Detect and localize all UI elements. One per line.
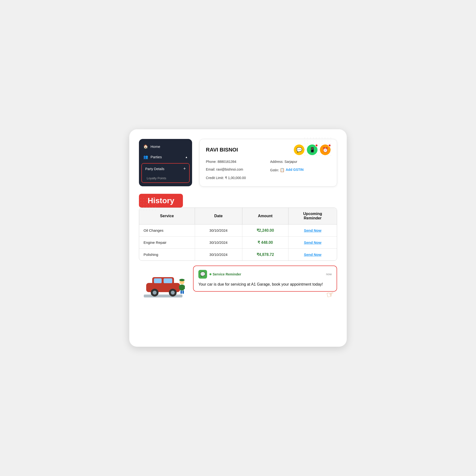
party-email: Email: ravi@bishnoi.com (206, 167, 266, 173)
svg-rect-16 (182, 290, 184, 294)
amount-cell: ₹ 448.00 (242, 236, 288, 248)
notification-left: 💬 Service Reminder (198, 270, 241, 279)
party-name: RAVI BISNOI (206, 147, 238, 153)
address-value: Sarjapur (284, 160, 297, 164)
party-details-plus[interactable]: + (183, 166, 186, 171)
amount-cell: ₹4,878.72 (242, 248, 288, 260)
date-cell: 30/10/2024 (195, 224, 242, 236)
whatsapp-badge (315, 144, 318, 147)
bottom-section: 💬 Service Reminder now Your car is due f… (139, 266, 337, 302)
car-svg (139, 266, 187, 302)
history-section: History Service Date Amount UpcomingRemi… (139, 194, 337, 261)
svg-rect-0 (144, 294, 182, 297)
service-cell: Polishing (139, 248, 195, 260)
notification-header: 💬 Service Reminder now (198, 270, 332, 279)
party-card: RAVI BISNOI 💬 📱 ⏰ P (199, 139, 337, 187)
history-table-wrapper: Service Date Amount UpcomingReminder Oil… (139, 207, 337, 261)
whatsapp-icon-button[interactable]: 📱 (307, 144, 318, 155)
email-label: Email: (206, 168, 215, 171)
notification-title-text: Service Reminder (213, 272, 241, 276)
parties-arrow: ▲ (185, 156, 188, 158)
send-now-button[interactable]: Send Now (304, 240, 322, 244)
email-value: ravi@bishnoi.com (216, 168, 243, 171)
svg-point-17 (179, 279, 185, 281)
col-date: Date (195, 208, 242, 224)
sidebar: 🏠 Home 👥 Parties ▲ Party Details + Loyal… (139, 139, 192, 186)
svg-point-8 (153, 291, 157, 294)
car-illustration (139, 266, 187, 302)
party-credit: Credit Limit: ₹ 1,00,000.00 (206, 175, 266, 181)
table-header-row: Service Date Amount UpcomingReminder (139, 208, 337, 224)
table-row: Engine Repair 30/10/2024 ₹ 448.00 Send N… (139, 236, 337, 248)
svg-rect-12 (180, 285, 184, 290)
service-cell: Oil Changes (139, 224, 195, 236)
sidebar-submenu-party-details: Party Details + Loyalty Points (141, 163, 190, 183)
party-info: Phone: 8880161394 Address: Sarjapur Emai… (206, 159, 331, 181)
notification-time: now (326, 272, 332, 276)
chat-icon-button[interactable]: 💬 (294, 144, 305, 155)
notification-icon: 💬 (198, 270, 207, 279)
svg-rect-15 (181, 290, 182, 294)
sidebar-home-label: Home (151, 144, 160, 149)
party-action-icons: 💬 📱 ⏰ (294, 144, 331, 155)
col-reminder: UpcomingReminder (288, 208, 337, 224)
phone-value: 8880161394 (218, 160, 236, 164)
action-cell: Send Now (288, 224, 337, 236)
svg-rect-6 (164, 278, 172, 283)
notification-card: 💬 Service Reminder now Your car is due f… (193, 266, 337, 292)
sidebar-parties-label: Parties (151, 155, 162, 159)
history-table: Service Date Amount UpcomingReminder Oil… (139, 208, 337, 260)
table-row: Oil Changes 30/10/2024 ₹2,240.00 Send No… (139, 224, 337, 236)
add-gstin-button[interactable]: 📋 Add GSTIN (280, 167, 304, 173)
parties-icon: 👥 (143, 155, 148, 159)
date-cell: 30/10/2024 (195, 236, 242, 248)
gstin-label: Gstin: (270, 168, 279, 172)
svg-rect-13 (179, 285, 181, 289)
action-cell: Send Now (288, 248, 337, 260)
reminder-badge (328, 144, 331, 147)
address-label: Address: (270, 160, 283, 164)
phone-label: Phone: (206, 160, 217, 164)
sidebar-item-parties[interactable]: 👥 Parties ▲ (139, 152, 192, 162)
notification-title: Service Reminder (209, 272, 241, 276)
send-now-button[interactable]: Send Now (304, 228, 322, 232)
party-details-menu-item[interactable]: Party Details + (142, 164, 189, 174)
notification-dot (209, 273, 211, 275)
credit-value: ₹ 1,00,000.00 (225, 176, 246, 180)
home-icon: 🏠 (143, 144, 148, 149)
dot-decoration-left (136, 197, 156, 211)
gstin-link-text: Add GSTIN (286, 167, 304, 173)
whatsapp-icon: 📱 (309, 147, 315, 153)
col-amount: Amount (242, 208, 288, 224)
credit-label: Credit Limit: (206, 176, 224, 180)
party-address: Address: Sarjapur (270, 159, 331, 165)
loyalty-points-item[interactable]: Loyalty Points (142, 174, 189, 182)
send-now-button[interactable]: Send Now (304, 253, 322, 257)
loyalty-points-label: Loyalty Points (147, 176, 166, 180)
service-cell: Engine Repair (139, 236, 195, 248)
date-cell: 30/10/2024 (195, 248, 242, 260)
party-details-label: Party Details (145, 167, 164, 171)
svg-point-10 (171, 291, 175, 294)
party-card-header: RAVI BISNOI 💬 📱 ⏰ (206, 144, 331, 155)
table-row: Polishing 30/10/2024 ₹4,878.72 Send Now (139, 248, 337, 260)
amount-cell: ₹2,240.00 (242, 224, 288, 236)
notification-body: Your car is due for servicing at A1 Gara… (198, 282, 332, 287)
svg-rect-14 (183, 285, 185, 289)
svg-rect-5 (154, 278, 162, 283)
main-card: 🏠 Home 👥 Parties ▲ Party Details + Loyal… (129, 129, 347, 347)
sidebar-item-home[interactable]: 🏠 Home (139, 141, 192, 152)
gstin-icon: 📋 (280, 167, 285, 173)
party-gstin: Gstin: 📋 Add GSTIN (270, 167, 331, 173)
party-phone: Phone: 8880161394 (206, 159, 266, 165)
reminder-icon-button[interactable]: ⏰ (320, 144, 331, 155)
action-cell: Send Now (288, 236, 337, 248)
